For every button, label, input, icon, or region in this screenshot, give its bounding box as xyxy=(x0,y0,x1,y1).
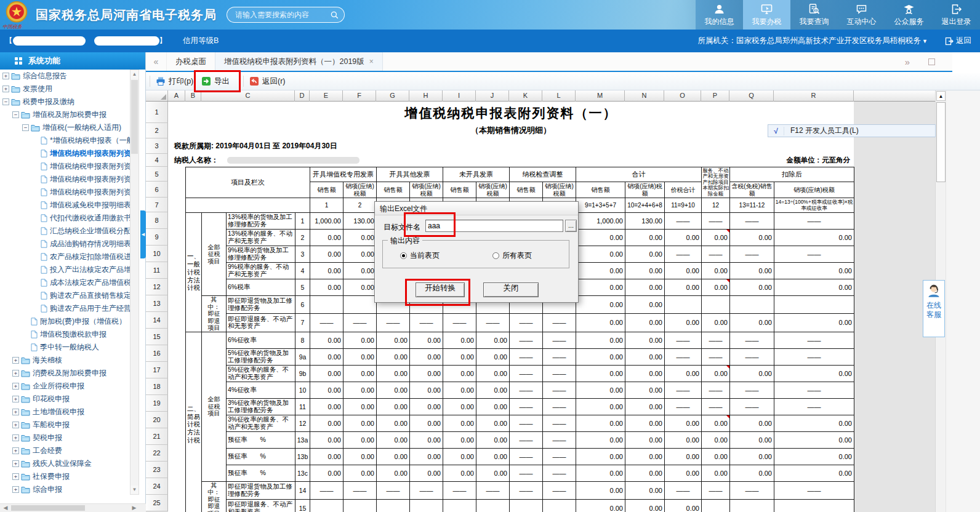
sidebar-item[interactable]: +消费税及附加税费申报 xyxy=(0,367,130,380)
filename-input[interactable] xyxy=(425,220,563,232)
sidebar-item[interactable]: 农产品核定扣除增值税进项 xyxy=(0,250,130,263)
scroll-left-icon[interactable]: ◀ xyxy=(1,504,10,512)
expand-icon[interactable]: + xyxy=(12,486,19,493)
return-button[interactable]: 返回 xyxy=(945,36,971,46)
expand-icon[interactable]: + xyxy=(12,357,19,364)
sidebar-item[interactable]: +发票使用 xyxy=(0,82,130,95)
sidebar-horizontal-scrollbar[interactable]: ◀ ▶ xyxy=(0,503,146,512)
sidebar-item[interactable]: *增值税纳税申报表（一般 xyxy=(0,134,130,147)
value-cell: 0.00 xyxy=(625,246,665,263)
expand-icon[interactable]: + xyxy=(12,434,19,441)
sidebar-item[interactable]: +海关稽核 xyxy=(0,354,130,367)
back-button[interactable]: 返回(r) xyxy=(249,75,286,87)
sidebar-item[interactable]: 成品油购销存情况明细表 xyxy=(0,238,130,250)
nav-chat[interactable]: 互动中心 xyxy=(838,0,885,30)
sidebar-item[interactable]: +印花税申报 xyxy=(0,393,130,406)
expand-icon[interactable]: + xyxy=(12,447,19,454)
right-margin xyxy=(946,90,980,512)
sidebar-item[interactable]: −税费申报及缴纳 xyxy=(0,95,130,108)
sidebar-item[interactable]: 投入产出法核定农产品增值 xyxy=(0,263,130,276)
sidebar-item[interactable]: 增值税纳税申报表附列资料 xyxy=(0,186,130,199)
expand-icon[interactable]: + xyxy=(12,422,19,428)
value-cell: —— xyxy=(702,246,730,263)
sidebar-item[interactable]: 代扣代缴税收通用缴款书抵 xyxy=(0,212,130,225)
sidebar-item[interactable]: +残疾人就业保障金 xyxy=(0,457,130,470)
scrollbar-thumb[interactable] xyxy=(11,505,85,511)
expand-icon[interactable]: + xyxy=(12,396,19,402)
value-cell: —— xyxy=(510,314,543,332)
sidebar-item[interactable]: −增值税及附加税费申报 xyxy=(0,108,130,121)
scrollbar-thumb[interactable] xyxy=(131,80,138,154)
column-letter: C xyxy=(201,90,295,102)
print-button[interactable]: 打印(p) xyxy=(156,75,193,87)
sidebar-item[interactable]: −增值税(一般纳税人适用) xyxy=(0,121,130,134)
browse-button[interactable]: ... xyxy=(565,220,577,232)
scroll-down-icon[interactable]: ▼ xyxy=(131,486,139,494)
collapse-icon[interactable]: − xyxy=(2,98,9,105)
sidebar-item[interactable]: +契税申报 xyxy=(0,431,130,444)
line-number: 15 xyxy=(295,499,310,512)
expand-icon[interactable]: + xyxy=(12,370,19,377)
sidebar-item[interactable]: +车船税申报 xyxy=(0,418,130,431)
expand-icon[interactable]: + xyxy=(12,473,19,480)
sidebar-item[interactable]: 汇总纳税企业增值税分配表 xyxy=(0,225,130,238)
collapse-icon[interactable]: − xyxy=(22,124,29,131)
search-icon[interactable] xyxy=(331,10,339,20)
scroll-up-icon[interactable]: ▲ xyxy=(936,91,946,101)
sidebar-item-label: 投入产出法核定农产品增值 xyxy=(50,265,130,275)
tabs-collapse-icon[interactable]: « xyxy=(146,52,167,71)
sidebar-vertical-scrollbar[interactable]: ▲ ▼ xyxy=(130,70,139,495)
export-button[interactable]: 导出 xyxy=(201,75,230,87)
sidebar-item[interactable]: 购进农产品用于生产经营且 xyxy=(0,302,130,315)
org-dropdown-icon[interactable]: ▼ xyxy=(922,38,928,44)
close-tab-icon[interactable]: × xyxy=(369,57,374,66)
expand-icon[interactable]: + xyxy=(12,383,19,390)
sidebar-item[interactable]: 增值税纳税申报表附列资料 xyxy=(0,160,130,173)
start-convert-button[interactable]: 开始转换 xyxy=(416,282,465,297)
collapse-icon[interactable]: − xyxy=(12,111,19,118)
sidebar-item[interactable]: 增值税减免税申报明细表（ xyxy=(0,199,130,212)
logout-icon xyxy=(950,3,963,15)
sidebar-item[interactable]: +土地增值税申报 xyxy=(0,406,130,418)
sidebar-item[interactable]: +工会经费 xyxy=(0,444,130,457)
expand-icon[interactable]: + xyxy=(12,460,19,467)
org-name[interactable]: 国家税务总局郑州高新技术产业开发区税务局梧桐税务 xyxy=(736,36,921,46)
sidebar-item[interactable]: 增值税预缴税款申报 xyxy=(0,328,130,341)
value-cell: 0.00 xyxy=(665,415,702,431)
expand-icon[interactable]: + xyxy=(12,409,19,415)
sidebar-collapse-handle[interactable]: ◀ xyxy=(140,210,146,258)
nav-query[interactable]: 我要查询 xyxy=(790,0,838,30)
sidebar-item[interactable]: +社保费申报 xyxy=(0,470,130,483)
sidebar-item[interactable]: 附加税(费)申报（增值税） xyxy=(0,315,130,328)
online-service-widget[interactable]: 在线 客服 xyxy=(923,280,945,337)
value-cell: 0.00 xyxy=(625,296,665,314)
nav-public[interactable]: 公众服务 xyxy=(885,0,933,30)
value-cell: 0.00 xyxy=(702,279,730,296)
expand-icon[interactable]: + xyxy=(2,86,9,92)
sidebar-item[interactable]: 增值税纳税申报表附列资料 xyxy=(0,147,130,160)
sidebar-item[interactable]: +综合信息报告 xyxy=(0,70,130,82)
scrollbar-thumb[interactable] xyxy=(936,102,946,182)
nav-monitor[interactable]: 我要办税 xyxy=(743,0,790,30)
tab[interactable]: 增值税纳税申报表附列资料（一）2019版× xyxy=(215,52,383,71)
maximize-icon[interactable] xyxy=(928,58,935,65)
nav-person[interactable]: 我的信息 xyxy=(696,0,743,30)
sidebar-item[interactable]: +企业所得税申报 xyxy=(0,380,130,393)
value-cell: —— xyxy=(543,398,576,415)
nav-logout[interactable]: 退出登录 xyxy=(933,0,980,30)
tab[interactable]: 办税桌面 xyxy=(167,52,215,71)
f12-devtools-menu-item[interactable]: √ F12 开发人员工具(L) xyxy=(768,124,936,137)
scroll-up-icon[interactable]: ▲ xyxy=(131,70,139,79)
sidebar-item[interactable]: 季中转一般纳税人 xyxy=(0,341,130,354)
sidebar-item[interactable]: +综合申报 xyxy=(0,483,130,496)
expand-icon[interactable]: + xyxy=(2,73,9,79)
scroll-right-icon[interactable]: ▶ xyxy=(130,504,139,512)
radio-current-sheet[interactable]: 当前表页 xyxy=(400,250,440,261)
radio-all-sheets[interactable]: 所有表页 xyxy=(492,250,532,261)
close-button[interactable]: 关闭 xyxy=(483,282,539,297)
search-input[interactable] xyxy=(227,10,331,19)
sidebar-item[interactable]: 增值税纳税申报表附列资料 xyxy=(0,173,130,186)
tabs-more-icon[interactable]: » xyxy=(905,57,910,67)
sidebar-item[interactable]: 成本法核定农产品增值税进 xyxy=(0,276,130,289)
sidebar-item[interactable]: 购进农产品直接销售核定农 xyxy=(0,289,130,302)
